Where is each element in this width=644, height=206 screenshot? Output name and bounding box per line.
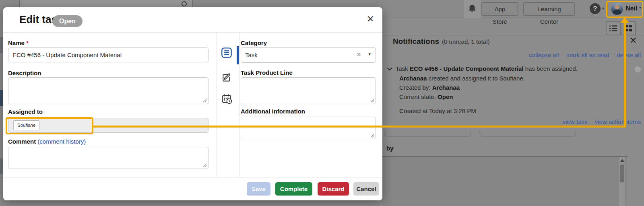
name-input[interactable] (8, 48, 208, 62)
schedule-tab-icon[interactable] (222, 94, 232, 104)
background-sliver (0, 37, 3, 53)
notifications-title: Notifications(0 unread, 1 total) (393, 37, 489, 46)
dialog-close-icon[interactable]: ✕ (367, 14, 374, 25)
edit-task-dialog: Edit task Open ✕ Name * (3, 7, 382, 200)
notification-created-at: Created at Today at 3:28 PM (399, 107, 476, 114)
name-field-wrap (8, 47, 208, 62)
status-badge: Open (52, 15, 83, 27)
details-tab-icon[interactable] (221, 47, 232, 58)
scrollbar-up-icon[interactable] (620, 159, 624, 162)
name-label: Name * (8, 39, 29, 46)
scrollbar-thumb[interactable] (620, 165, 624, 182)
assigned-to-label: Assigned to (8, 108, 43, 115)
notifications-actions: collapse all mark all as read delete all (382, 52, 641, 59)
delete-all-link[interactable]: delete all (617, 52, 641, 58)
search-icon (182, 1, 187, 6)
edit-note-tab-icon[interactable] (222, 73, 232, 83)
list-view-button[interactable] (606, 21, 621, 35)
notification-line2: Archanaa created and assigned it to Souf… (399, 75, 525, 82)
background-field-fragment (384, 131, 471, 137)
background-field-fragment (479, 131, 576, 137)
list-view-icon (609, 25, 617, 32)
annotation-arrowhead-icon (620, 17, 629, 23)
chevron-down-icon[interactable] (387, 67, 392, 71)
save-button[interactable]: Save (247, 182, 270, 196)
background-sliver (0, 159, 3, 174)
grid-view-button[interactable] (621, 21, 636, 35)
scrollbar[interactable] (619, 157, 625, 206)
description-label: Description (8, 70, 41, 76)
cancel-button[interactable]: Cancel (353, 182, 379, 196)
clear-selection-icon[interactable]: ✕ (357, 52, 361, 58)
notifications-close-icon[interactable]: ✕ (630, 35, 637, 46)
description-textarea[interactable] (8, 77, 208, 104)
category-value: Task (245, 52, 258, 58)
notification-line3: Created by: Archanaa (399, 84, 460, 91)
help-caret-icon[interactable]: ▾ (602, 6, 604, 10)
resize-handle-icon[interactable] (202, 163, 207, 167)
grid-view-icon (625, 25, 632, 32)
task-product-line-textarea[interactable] (241, 77, 376, 104)
background-lower-panel (382, 157, 627, 206)
additional-information-label: Additional Information (241, 108, 305, 115)
app-store-button[interactable]: App Store (481, 2, 518, 16)
background-by-label: by (386, 145, 394, 152)
resize-handle-icon[interactable] (202, 98, 207, 103)
view-task-link[interactable]: view task (563, 118, 588, 125)
category-label: Category (241, 39, 267, 46)
additional-information-textarea[interactable] (241, 117, 376, 139)
comment-label: Comment (comment history) (8, 138, 86, 145)
complete-button[interactable]: Complete (275, 182, 312, 196)
discard-button[interactable]: Discard (318, 182, 349, 196)
required-mark: * (26, 39, 29, 46)
learning-center-button[interactable]: Learning Center (523, 2, 575, 16)
screen: App Store Learning Center ? ▾ Neil ▾ Not… (0, 0, 644, 206)
help-icon[interactable]: ? (590, 3, 601, 14)
user-menu-highlight-box (606, 1, 643, 18)
annotation-arrow-line-horizontal (93, 126, 626, 128)
read-indicator-dot[interactable] (635, 66, 641, 72)
panel-top-border (382, 35, 644, 35)
view-action-items-link[interactable]: view action items (595, 118, 641, 125)
collapse-all-link[interactable]: collapse all (529, 52, 559, 58)
notifications-count: (0 unread, 1 total) (442, 38, 489, 45)
active-tab-indicator (237, 46, 239, 64)
select-caret-icon[interactable]: ▾ (368, 52, 371, 57)
assigned-to-highlight-box (6, 117, 93, 134)
bell-icon (468, 4, 476, 13)
resize-handle-icon[interactable] (370, 98, 374, 103)
notification-line4: Current state: Open (399, 93, 453, 100)
comment-textarea[interactable] (8, 147, 208, 169)
background-sliver (0, 90, 3, 106)
comment-history-link[interactable]: (comment history) (37, 138, 86, 145)
category-select[interactable]: Task ✕ ▾ (241, 47, 376, 63)
bell-button[interactable] (464, 0, 481, 18)
task-product-line-label: Task Product Line (241, 69, 293, 76)
resize-handle-icon[interactable] (370, 133, 374, 138)
annotation-arrow-line-vertical (624, 23, 626, 128)
mark-all-read-link[interactable]: mark all as read (566, 52, 609, 58)
notification-line1: Task ECO #456 - Update Component Materia… (396, 65, 578, 72)
notification-links: view task view action items (382, 118, 641, 126)
